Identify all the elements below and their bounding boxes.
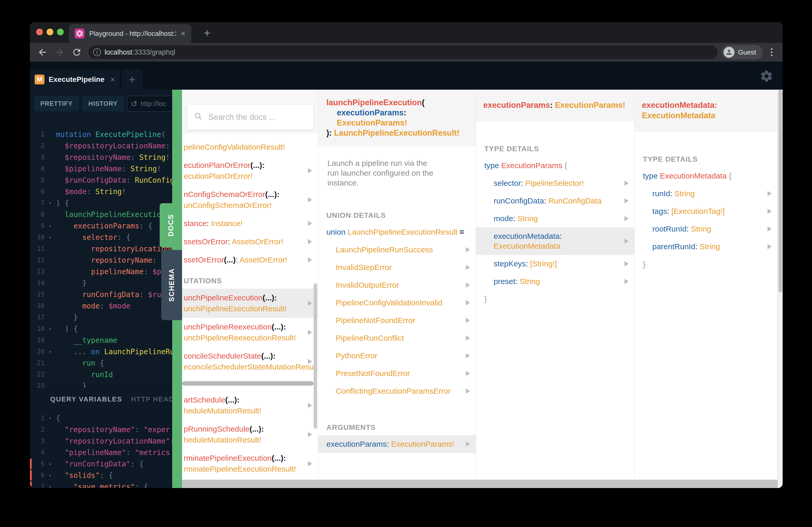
fold-arrow-icon[interactable]: ▾ — [44, 326, 56, 332]
expand-chevron-icon[interactable] — [308, 257, 312, 262]
doc-entry[interactable]: artSchedule(...):heduleMutationResult! — [182, 391, 318, 420]
settings-gear-icon[interactable] — [760, 70, 773, 84]
expand-chevron-icon[interactable] — [308, 168, 312, 173]
doc-entry[interactable]: InvalidOutputError — [318, 276, 476, 294]
code-line[interactable]: 4 "pipelineName": "metrics — [30, 447, 182, 458]
horizontal-scrollbar[interactable] — [182, 381, 314, 386]
code-line[interactable]: 14 } — [30, 277, 182, 289]
code-line[interactable]: 13 pipelineName: $pipelineName — [30, 266, 182, 277]
fold-arrow-icon[interactable]: ▾ — [44, 461, 56, 467]
doc-entry[interactable]: preset: String — [476, 273, 634, 290]
address-bar[interactable]: i localhost:3333/graphql — [88, 45, 717, 59]
code-line[interactable]: 7▾) { — [30, 197, 182, 209]
expand-chevron-icon[interactable] — [308, 301, 312, 306]
expand-chevron-icon[interactable] — [624, 261, 629, 266]
doc-entry[interactable]: unchPipelineReexecution(...):unchPipelin… — [182, 318, 318, 347]
doc-entry[interactable]: PipelineConfigValidationInvalid — [318, 294, 476, 312]
doc-entry[interactable]: stepKeys: [String!] — [476, 255, 634, 273]
vertical-scrollbar[interactable] — [314, 283, 317, 429]
code-line[interactable]: 5 $runConfigData: RunConfigData! — [30, 175, 182, 186]
reload-icon[interactable] — [72, 47, 82, 57]
expand-chevron-icon[interactable] — [466, 318, 470, 323]
minimize-window-button[interactable] — [46, 29, 53, 35]
replay-icon[interactable]: ↺ — [131, 99, 137, 108]
close-tab-icon[interactable]: × — [181, 30, 186, 37]
code-line[interactable]: 5▾ "runConfigData": { — [30, 458, 182, 470]
close-playground-tab-icon[interactable]: × — [110, 75, 115, 84]
expand-chevron-icon[interactable] — [466, 283, 470, 288]
doc-entry[interactable]: parentRunId: String — [635, 238, 778, 255]
doc-entry[interactable]: PipelineNotFoundError — [318, 312, 476, 329]
expand-chevron-icon[interactable] — [308, 239, 312, 244]
doc-entry[interactable]: LaunchPipelineRunSuccess — [318, 241, 476, 259]
code-line[interactable]: 10▾ selector: { — [30, 231, 182, 243]
doc-entry[interactable]: InvalidStepError — [318, 259, 476, 276]
docs-horizontal-scrollbar[interactable] — [182, 480, 778, 488]
code-line[interactable]: 6 $mode: String! — [30, 186, 182, 197]
fold-arrow-icon[interactable]: ▾ — [44, 223, 56, 229]
code-line[interactable]: 9▾ executionParams: { — [30, 220, 182, 231]
expand-chevron-icon[interactable] — [466, 300, 470, 305]
fold-arrow-icon[interactable]: ▾ — [44, 349, 56, 355]
doc-entry[interactable]: executionParams: ExecutionParams! — [318, 435, 476, 453]
playground-tab[interactable]: M ExecutePipeline × — [30, 69, 120, 90]
expand-chevron-icon[interactable] — [768, 244, 772, 249]
doc-entry[interactable]: PipelineRunConflict — [318, 329, 476, 347]
expand-chevron-icon[interactable] — [624, 239, 629, 244]
doc-entry[interactable]: pRunningSchedule(...):heduleMutationResu… — [182, 420, 318, 449]
expand-chevron-icon[interactable] — [308, 432, 312, 437]
code-line[interactable]: 18▾ ) { — [30, 323, 182, 334]
prettify-button[interactable]: PRETTIFY — [34, 96, 79, 111]
expand-chevron-icon[interactable] — [466, 353, 470, 358]
code-line[interactable]: 12 repositoryName: $repositoryName — [30, 254, 182, 266]
code-line[interactable]: 4 $pipelineName: String! — [30, 163, 182, 175]
expand-chevron-icon[interactable] — [768, 226, 772, 231]
code-line[interactable]: 17 } — [30, 312, 182, 323]
code-line[interactable]: 8 launchPipelineExecution( — [30, 209, 182, 220]
code-line[interactable]: 2 $repositoryLocationName: String! — [30, 140, 182, 151]
code-line[interactable]: 15 runConfigData: $runConfigData — [30, 289, 182, 300]
code-line[interactable]: 19 __typename — [30, 334, 182, 346]
fold-arrow-icon[interactable]: ▾ — [44, 473, 56, 478]
code-line[interactable]: 3 "repositoryLocationName": — [30, 435, 182, 447]
doc-entry[interactable]: ecutionPlanOrError(...):ecutionPlanOrErr… — [182, 156, 318, 185]
doc-entry[interactable]: rootRunId: String — [635, 220, 778, 238]
expand-chevron-icon[interactable] — [466, 335, 470, 341]
doc-entry[interactable]: runId: String — [635, 185, 778, 202]
maximize-window-button[interactable] — [57, 29, 64, 35]
docs-search-input[interactable]: Search the docs ... — [187, 105, 314, 130]
doc-entry[interactable]: unchPipelineExecution(...):unchPipelineE… — [182, 289, 318, 318]
code-line[interactable]: 1mutation ExecutePipeline( — [30, 129, 182, 140]
forward-icon[interactable] — [54, 47, 65, 57]
tab-query-variables[interactable]: QUERY VARIABLES — [50, 395, 122, 403]
expand-chevron-icon[interactable] — [308, 221, 312, 226]
docs-scrollbar-track[interactable] — [778, 90, 783, 488]
profile-button[interactable]: Guest — [722, 45, 763, 60]
code-line[interactable]: 7▾ "save_metrics": { — [30, 481, 182, 488]
doc-entry[interactable]: mode: String — [476, 210, 634, 227]
doc-entry[interactable]: PythonError — [318, 347, 476, 365]
doc-entry[interactable]: stance: Instance! — [182, 214, 318, 232]
code-line[interactable]: 16 mode: $mode — [30, 300, 182, 312]
expand-chevron-icon[interactable] — [768, 191, 772, 196]
expand-chevron-icon[interactable] — [308, 403, 312, 408]
expand-chevron-icon[interactable] — [308, 359, 312, 364]
fold-arrow-icon[interactable]: ▾ — [44, 200, 56, 206]
close-window-button[interactable] — [36, 29, 43, 35]
doc-entry[interactable]: PresetNotFoundError — [318, 365, 476, 382]
expand-chevron-icon[interactable] — [466, 389, 470, 394]
expand-chevron-icon[interactable] — [624, 181, 629, 186]
doc-entry[interactable]: tags: [ExecutionTag!] — [635, 202, 778, 220]
history-button[interactable]: HISTORY — [83, 96, 124, 111]
doc-entry[interactable]: rminatePipelineExecution(...):rminatePip… — [182, 449, 318, 478]
code-line[interactable]: 11 repositoryLocationName: $repositoryLo… — [30, 243, 182, 254]
doc-entry[interactable]: ConflictingExecutionParamsError — [318, 382, 476, 400]
new-tab-button[interactable]: + — [200, 27, 214, 40]
code-line[interactable]: 6▾ "solids": { — [30, 470, 182, 481]
expand-chevron-icon[interactable] — [624, 198, 629, 204]
expand-chevron-icon[interactable] — [466, 371, 470, 376]
expand-chevron-icon[interactable] — [466, 247, 470, 252]
doc-entry[interactable]: runConfigData: RunConfigData — [476, 192, 634, 210]
expand-chevron-icon[interactable] — [308, 461, 312, 466]
fold-arrow-icon[interactable]: ▾ — [44, 416, 56, 421]
